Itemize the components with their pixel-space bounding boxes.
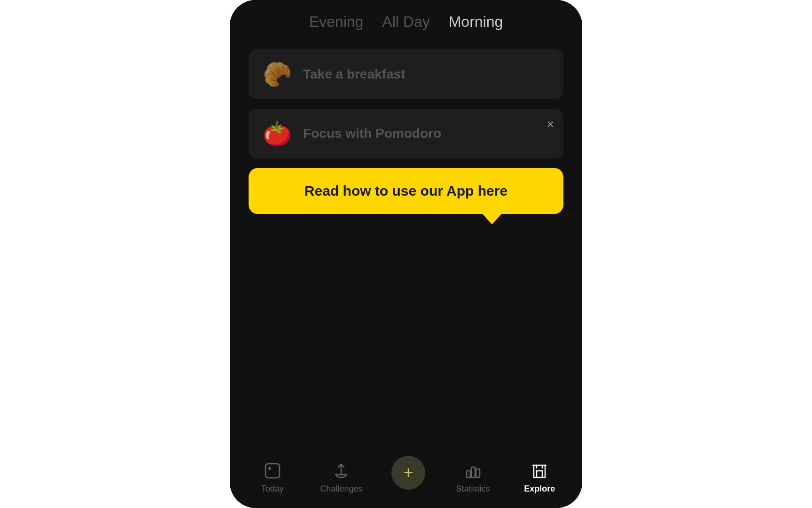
nav-item-today[interactable]: Today xyxy=(254,460,291,494)
statistics-icon xyxy=(463,460,484,481)
habit-card-breakfast[interactable]: 🥐 Take a breakfast xyxy=(249,49,563,99)
croissant-icon: 🥐 xyxy=(263,61,292,88)
explore-label: Explore xyxy=(524,484,555,494)
challenges-icon xyxy=(331,460,351,481)
tooltip-text: Read how to use our App here xyxy=(304,183,508,199)
nav-item-explore[interactable]: Explore xyxy=(521,460,558,494)
today-icon xyxy=(262,460,283,481)
nav-item-statistics[interactable]: Statistics xyxy=(454,460,492,494)
nav-item-challenges[interactable]: Challenges xyxy=(320,460,362,494)
svg-rect-3 xyxy=(471,467,475,477)
breakfast-title: Take a breakfast xyxy=(303,67,405,82)
svg-rect-2 xyxy=(467,471,470,477)
pomodoro-title: Focus with Pomodoro xyxy=(303,126,441,141)
close-button[interactable]: × xyxy=(547,118,554,130)
add-button[interactable]: + xyxy=(391,456,425,490)
plus-icon: + xyxy=(403,464,413,481)
today-label: Today xyxy=(261,484,284,494)
time-tabs-bar: Evening All Day Morning xyxy=(230,0,582,40)
content-area: 🥐 Take a breakfast 🍅 Focus with Pomodoro… xyxy=(230,40,582,456)
svg-point-1 xyxy=(268,467,271,470)
explore-icon xyxy=(529,460,550,481)
tooltip-wrapper: Read how to use our App here xyxy=(249,168,563,214)
add-button-wrapper: + xyxy=(391,465,425,490)
svg-rect-4 xyxy=(476,469,480,477)
tab-morning[interactable]: Morning xyxy=(449,13,503,31)
tooltip-bubble[interactable]: Read how to use our App here xyxy=(249,168,563,214)
habit-card-pomodoro[interactable]: 🍅 Focus with Pomodoro × xyxy=(249,109,563,159)
challenges-label: Challenges xyxy=(320,484,362,494)
statistics-label: Statistics xyxy=(456,484,490,494)
tab-allday[interactable]: All Day xyxy=(382,13,429,31)
bottom-nav: Today Challenges + xyxy=(230,456,582,508)
tomato-icon: 🍅 xyxy=(263,120,292,147)
phone-frame: Evening All Day Morning 🥐 Take a breakfa… xyxy=(230,0,582,508)
svg-rect-0 xyxy=(265,464,280,478)
tab-evening[interactable]: Evening xyxy=(309,13,364,31)
